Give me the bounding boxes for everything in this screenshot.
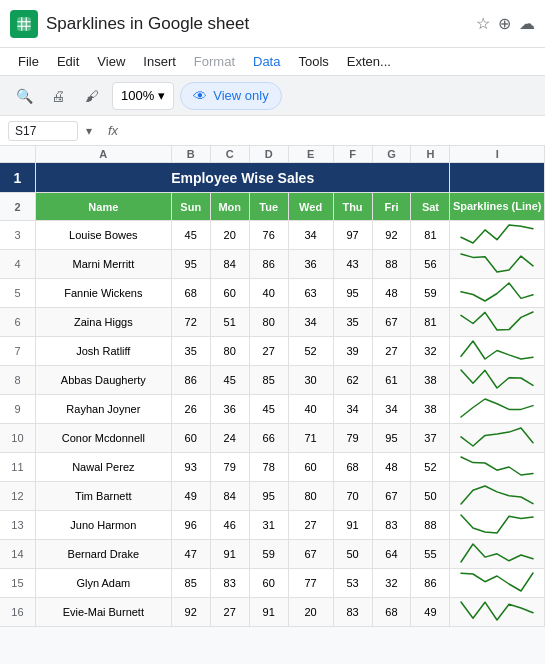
- menu-insert[interactable]: Insert: [135, 52, 184, 71]
- cell-value[interactable]: 27: [288, 511, 333, 540]
- cell-value[interactable]: 61: [372, 366, 411, 395]
- cell-value[interactable]: 93: [171, 453, 210, 482]
- cell-name[interactable]: Josh Ratliff: [35, 337, 171, 366]
- cell-value[interactable]: 34: [288, 221, 333, 250]
- cell-value[interactable]: 60: [288, 453, 333, 482]
- cell-value[interactable]: 80: [249, 308, 288, 337]
- cell-value[interactable]: 56: [411, 250, 450, 279]
- cell-value[interactable]: 48: [372, 453, 411, 482]
- formula-input[interactable]: [126, 124, 537, 138]
- cell-value[interactable]: 81: [411, 221, 450, 250]
- menu-tools[interactable]: Tools: [290, 52, 336, 71]
- cell-name[interactable]: Rayhan Joyner: [35, 395, 171, 424]
- col-header-e[interactable]: E: [288, 146, 333, 163]
- cell-name[interactable]: Marni Merritt: [35, 250, 171, 279]
- cell-value[interactable]: 47: [171, 540, 210, 569]
- search-button[interactable]: 🔍: [10, 82, 38, 110]
- cell-value[interactable]: 62: [333, 366, 372, 395]
- cell-value[interactable]: 79: [210, 453, 249, 482]
- move-icon[interactable]: ⊕: [498, 14, 511, 33]
- cell-name[interactable]: Louise Bowes: [35, 221, 171, 250]
- cell-value[interactable]: 35: [171, 337, 210, 366]
- cell-value[interactable]: 20: [210, 221, 249, 250]
- cell-value[interactable]: 70: [333, 482, 372, 511]
- cell-value[interactable]: 35: [333, 308, 372, 337]
- menu-view[interactable]: View: [89, 52, 133, 71]
- cell-value[interactable]: 49: [411, 598, 450, 627]
- cell-value[interactable]: 26: [171, 395, 210, 424]
- cell-value[interactable]: 64: [372, 540, 411, 569]
- zoom-control[interactable]: 100% ▾: [112, 82, 174, 110]
- cell-name[interactable]: Juno Harmon: [35, 511, 171, 540]
- cell-value[interactable]: 95: [249, 482, 288, 511]
- cell-value[interactable]: 59: [411, 279, 450, 308]
- cell-value[interactable]: 63: [288, 279, 333, 308]
- menu-file[interactable]: File: [10, 52, 47, 71]
- cell-value[interactable]: 80: [210, 337, 249, 366]
- cell-value[interactable]: 50: [333, 540, 372, 569]
- col-header-d[interactable]: D: [249, 146, 288, 163]
- star-icon[interactable]: ☆: [476, 14, 490, 33]
- cell-value[interactable]: 67: [372, 308, 411, 337]
- cell-value[interactable]: 32: [372, 569, 411, 598]
- col-header-b[interactable]: B: [171, 146, 210, 163]
- cell-value[interactable]: 55: [411, 540, 450, 569]
- cell-value[interactable]: 24: [210, 424, 249, 453]
- cell-value[interactable]: 91: [249, 598, 288, 627]
- col-header-h[interactable]: H: [411, 146, 450, 163]
- cell-name[interactable]: Abbas Daugherty: [35, 366, 171, 395]
- cell-value[interactable]: 40: [249, 279, 288, 308]
- cell-name[interactable]: Bernard Drake: [35, 540, 171, 569]
- cell-value[interactable]: 68: [333, 453, 372, 482]
- cell-value[interactable]: 83: [333, 598, 372, 627]
- cell-value[interactable]: 84: [210, 482, 249, 511]
- cell-value[interactable]: 31: [249, 511, 288, 540]
- cell-value[interactable]: 32: [411, 337, 450, 366]
- col-header-a[interactable]: A: [35, 146, 171, 163]
- cell-value[interactable]: 50: [411, 482, 450, 511]
- cell-name[interactable]: Nawal Perez: [35, 453, 171, 482]
- cell-value[interactable]: 45: [249, 395, 288, 424]
- cell-ref-dropdown-icon[interactable]: ▾: [86, 124, 100, 138]
- cell-value[interactable]: 95: [372, 424, 411, 453]
- cell-value[interactable]: 83: [372, 511, 411, 540]
- cell-name[interactable]: Fannie Wickens: [35, 279, 171, 308]
- cell-value[interactable]: 40: [288, 395, 333, 424]
- cell-value[interactable]: 86: [411, 569, 450, 598]
- cell-name[interactable]: Zaina Higgs: [35, 308, 171, 337]
- cell-value[interactable]: 27: [210, 598, 249, 627]
- cell-value[interactable]: 39: [333, 337, 372, 366]
- col-header-i[interactable]: I: [450, 146, 545, 163]
- cell-value[interactable]: 80: [288, 482, 333, 511]
- cell-value[interactable]: 52: [411, 453, 450, 482]
- menu-data[interactable]: Data: [245, 52, 288, 71]
- cell-value[interactable]: 51: [210, 308, 249, 337]
- cell-value[interactable]: 83: [210, 569, 249, 598]
- cell-value[interactable]: 77: [288, 569, 333, 598]
- cell-value[interactable]: 34: [333, 395, 372, 424]
- cell-value[interactable]: 49: [171, 482, 210, 511]
- menu-extensions[interactable]: Exten...: [339, 52, 399, 71]
- cell-value[interactable]: 92: [372, 221, 411, 250]
- print-button[interactable]: 🖨: [44, 82, 72, 110]
- cell-value[interactable]: 37: [411, 424, 450, 453]
- cell-value[interactable]: 88: [411, 511, 450, 540]
- cell-value[interactable]: 71: [288, 424, 333, 453]
- cell-value[interactable]: 84: [210, 250, 249, 279]
- cell-value[interactable]: 27: [372, 337, 411, 366]
- view-only-badge[interactable]: 👁 View only: [180, 82, 281, 110]
- col-header-g[interactable]: G: [372, 146, 411, 163]
- cell-value[interactable]: 66: [249, 424, 288, 453]
- col-header-f[interactable]: F: [333, 146, 372, 163]
- cell-value[interactable]: 91: [210, 540, 249, 569]
- cell-value[interactable]: 38: [411, 395, 450, 424]
- cell-value[interactable]: 72: [171, 308, 210, 337]
- cell-value[interactable]: 30: [288, 366, 333, 395]
- cell-value[interactable]: 43: [333, 250, 372, 279]
- cell-value[interactable]: 85: [249, 366, 288, 395]
- cell-value[interactable]: 52: [288, 337, 333, 366]
- cell-value[interactable]: 79: [333, 424, 372, 453]
- paint-format-button[interactable]: 🖌: [78, 82, 106, 110]
- cell-value[interactable]: 27: [249, 337, 288, 366]
- cell-reference[interactable]: S17: [8, 121, 78, 141]
